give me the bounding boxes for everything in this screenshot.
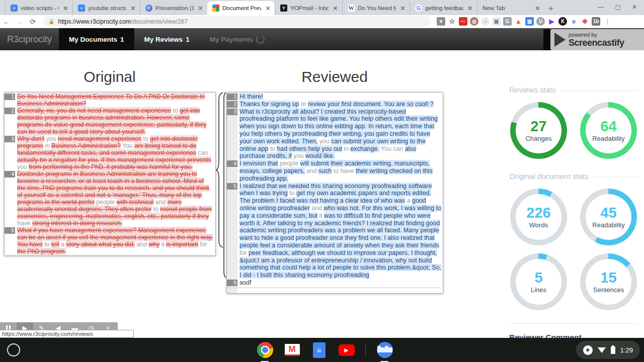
stats-section-title: Reviews stats bbox=[509, 85, 638, 94]
browser-tab[interactable]: ≡video scripts - Goog✕ bbox=[5, 1, 72, 15]
chrome-logo bbox=[257, 342, 273, 358]
battery-icon bbox=[611, 346, 615, 354]
tab-close-icon[interactable]: ✕ bbox=[399, 5, 407, 12]
tab-close-icon[interactable]: ✕ bbox=[197, 5, 204, 12]
reviewed-document-panel[interactable]: 1Hi there!2Thanks for signing up to revi… bbox=[226, 92, 443, 294]
stat-donut-readability: 45Readability bbox=[580, 189, 637, 245]
launcher-icon[interactable] bbox=[7, 343, 20, 356]
minimize-icon[interactable]: — bbox=[598, 4, 604, 11]
browser-tab[interactable]: ≡youtube structure (✕ bbox=[72, 1, 140, 15]
address-bar[interactable]: 🔒 https://www.r3ciprocity.com/documents/… bbox=[43, 16, 431, 27]
k-ext-icon[interactable]: K bbox=[558, 17, 567, 26]
line-number: 2 bbox=[5, 108, 15, 114]
nav-item-my-documents[interactable]: My Documents1 bbox=[59, 28, 134, 50]
folder-glyph bbox=[385, 347, 392, 352]
brand-logo[interactable]: R3ciprocity bbox=[0, 28, 59, 50]
onebox-ext-icon[interactable]: 1b bbox=[592, 17, 600, 26]
stats-section-title-text: Original document stats bbox=[509, 172, 589, 180]
tab-close-icon[interactable]: ✕ bbox=[332, 5, 339, 12]
browser-tab-strip: ≡video scripts - Goog✕≡youtube structure… bbox=[0, 0, 644, 15]
browser-tab[interactable]: Document Preview✕ bbox=[207, 1, 275, 15]
text-segment-del: actually be a negative for you. If this … bbox=[17, 156, 211, 163]
google-favicon-icon: G bbox=[415, 5, 422, 12]
text-segment-gray: to have bbox=[332, 167, 356, 174]
tab-label: Presentation (16:9) bbox=[155, 5, 194, 11]
text-segment-gray: it bbox=[159, 241, 166, 248]
close-window-icon[interactable]: ✕ bbox=[632, 4, 637, 11]
tab-close-icon[interactable]: ✕ bbox=[129, 5, 137, 12]
chrome-app-icon[interactable] bbox=[257, 342, 273, 358]
stat-label: Words bbox=[529, 221, 548, 229]
screencastify-badge: powered by Screencastify bbox=[543, 29, 644, 50]
nav-item-my-payments[interactable]: My Payments bbox=[200, 28, 275, 50]
tab-close-icon[interactable]: ✕ bbox=[466, 5, 474, 12]
original-document-panel[interactable]: 1Do You Need Management Experience To Do… bbox=[4, 92, 216, 256]
g-ext-icon[interactable]: G bbox=[503, 17, 512, 26]
new-tab-button[interactable]: + bbox=[544, 2, 557, 15]
text-segment-ins: exchange. bbox=[350, 145, 379, 152]
text-segment-gray: and bbox=[305, 167, 319, 174]
tab-close-icon[interactable]: ✕ bbox=[62, 5, 69, 12]
document-line: 3Why don't you need management experienc… bbox=[5, 135, 214, 170]
reviewed-panel-footer bbox=[227, 288, 441, 293]
docs-app-icon[interactable]: ≡ bbox=[311, 342, 328, 358]
text-segment-gray: to bbox=[299, 101, 307, 108]
nav-item-my-reviews[interactable]: My Reviews1 bbox=[134, 28, 200, 50]
browser-tab[interactable]: YYOPmail - Inbox✕ bbox=[275, 1, 342, 15]
stat-donut-hole: 15Sentences bbox=[586, 259, 631, 305]
text-segment-del: Business Administration? bbox=[51, 142, 120, 149]
stat-label: Changes bbox=[525, 135, 551, 142]
browser-tab[interactable]: Ggetting feedback o✕ bbox=[410, 1, 477, 15]
wifi-icon bbox=[598, 347, 606, 353]
screencastify-badge-edge bbox=[543, 29, 550, 50]
files-app-icon[interactable] bbox=[376, 342, 393, 358]
gmail-app-icon[interactable]: M bbox=[284, 342, 300, 358]
bookmark-star-icon[interactable]: ☆ bbox=[448, 17, 456, 26]
text-segment-gray: and bbox=[135, 241, 148, 248]
files-logo bbox=[377, 342, 393, 358]
document-line: 1Do You Need Management Experience To Do… bbox=[5, 93, 214, 107]
document-line: 2Thanks for signing up to review your fi… bbox=[227, 101, 441, 108]
privacy-shield-ext-icon[interactable]: ▼ bbox=[437, 17, 445, 26]
browser-tab[interactable]: New Tab✕ bbox=[477, 1, 544, 15]
screencastify-ext-icon[interactable]: ▶ bbox=[547, 17, 556, 26]
stat-value: 45 bbox=[600, 205, 616, 220]
stat-donut-hole: 45Readability bbox=[586, 194, 631, 240]
e-ext-icon[interactable]: e bbox=[570, 17, 578, 26]
paw-ext-icon[interactable]: ❉ bbox=[581, 17, 589, 26]
text-segment-del: story about what you did, bbox=[66, 241, 135, 248]
docs-logo: ≡ bbox=[313, 342, 326, 358]
line-text: Generally, no, you do not need managemen… bbox=[17, 107, 214, 135]
grid-ext-icon[interactable]: ▦ bbox=[492, 17, 501, 26]
text-segment-del: tell bbox=[51, 241, 59, 248]
text-segment-gray: it bbox=[317, 212, 324, 219]
tab-close-icon[interactable]: ✕ bbox=[264, 5, 272, 12]
back-icon[interactable]: ← bbox=[0, 18, 13, 26]
egg-ext-icon[interactable]: ● bbox=[481, 17, 490, 26]
text-segment-ins: such bbox=[318, 167, 332, 174]
browser-tab[interactable]: WDo You Need Mana✕ bbox=[342, 1, 410, 15]
red-dots-ext-icon[interactable]: ⋯ bbox=[459, 17, 467, 26]
tab-close-icon[interactable]: ✕ bbox=[534, 5, 541, 12]
forward-icon[interactable]: → bbox=[13, 18, 26, 26]
browser-menu-icon[interactable]: ⋮ bbox=[604, 18, 611, 25]
flame-ext-icon[interactable]: ▲ bbox=[514, 17, 523, 26]
line-text: I envision that people will submit their… bbox=[239, 160, 441, 182]
card-ext-icon[interactable]: ▥ bbox=[525, 17, 534, 26]
window-controls: — ▢ ✕ bbox=[598, 0, 641, 14]
restore-icon[interactable]: ▢ bbox=[615, 4, 621, 11]
camera-ext-icon[interactable]: ◎ bbox=[470, 17, 478, 26]
browser-tab[interactable]: CPresentation (16:9)✕ bbox=[140, 1, 207, 15]
text-segment-gray: to bbox=[43, 241, 51, 248]
u-ext-icon[interactable]: U bbox=[536, 17, 545, 26]
reload-icon[interactable]: ⟳ bbox=[26, 18, 39, 26]
text-segment-gray: for bbox=[239, 249, 249, 256]
text-segment-del: with technical bbox=[117, 199, 154, 206]
shelf-status-area[interactable]: + 1:29 bbox=[576, 341, 640, 359]
text-segment-gray: in bbox=[342, 145, 351, 152]
sidebar-divider bbox=[509, 323, 638, 324]
youtube-app-icon[interactable]: ▶ bbox=[338, 342, 355, 358]
stat-value: 64 bbox=[600, 119, 616, 134]
canva-favicon-icon: C bbox=[145, 5, 152, 12]
text-segment-ins: Thanks for signing up bbox=[239, 101, 299, 108]
